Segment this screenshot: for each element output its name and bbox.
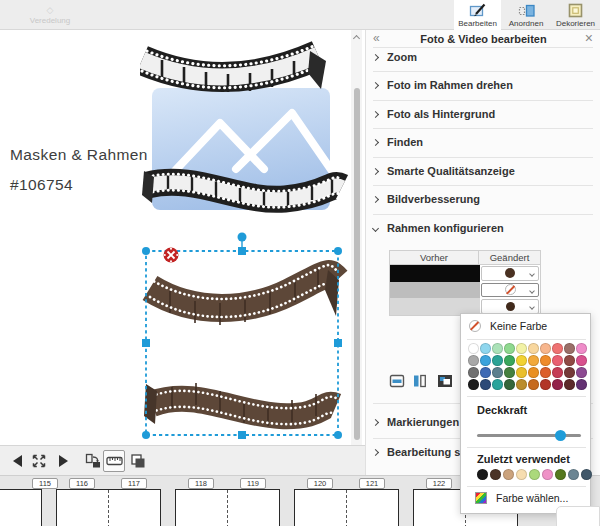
section-finden[interactable]: Finden — [373, 128, 593, 156]
toolbar-item-veredelung[interactable]: ◇ Veredelung — [18, 0, 82, 30]
palette-color[interactable] — [504, 379, 515, 390]
palette-color[interactable] — [516, 355, 527, 366]
section-zoom[interactable]: Zoom — [373, 43, 593, 71]
palette-color[interactable] — [492, 355, 503, 366]
palette-color[interactable] — [540, 379, 551, 390]
recent-color[interactable] — [503, 469, 514, 480]
palette-color[interactable] — [468, 355, 479, 366]
resize-handle-right[interactable] — [334, 339, 342, 347]
palette-color[interactable] — [576, 367, 587, 378]
canvas[interactable]: Masken & Rahmen #106754 — [0, 30, 365, 445]
page-tab-117[interactable]: 117 — [121, 478, 147, 489]
resize-handle-bottom[interactable] — [238, 431, 246, 439]
palette-color[interactable] — [576, 355, 587, 366]
palette-color[interactable] — [504, 343, 515, 354]
palette-color[interactable] — [552, 355, 563, 366]
page-tab-121[interactable]: 121 — [359, 478, 385, 489]
scroll-up-icon[interactable] — [353, 35, 360, 42]
section-bildverbesserung[interactable]: Bildverbesserung — [373, 185, 593, 213]
spread-118-119[interactable] — [175, 489, 280, 526]
prev-page-button[interactable] — [6, 450, 28, 472]
palette-color[interactable] — [564, 367, 575, 378]
palette-color[interactable] — [492, 367, 503, 378]
palette-color[interactable] — [564, 379, 575, 390]
pages-view-button[interactable] — [127, 450, 149, 472]
recent-color[interactable] — [477, 469, 488, 480]
palette-color[interactable] — [564, 343, 575, 354]
page-tab-122[interactable]: 122 — [426, 478, 452, 489]
palette-color[interactable] — [468, 367, 479, 378]
palette-color[interactable] — [480, 379, 491, 390]
palette-color[interactable] — [576, 343, 587, 354]
section-smarte-qualitaetsanzeige[interactable]: Smarte Qualitätsanzeige — [373, 157, 593, 185]
after-color-dropdown[interactable] — [481, 299, 539, 314]
palette-color[interactable] — [516, 367, 527, 378]
recent-color[interactable] — [555, 469, 566, 480]
section-foto-im-rahmen-drehen[interactable]: Foto im Rahmen drehen — [373, 71, 593, 99]
selected-filmstrip-element[interactable] — [140, 228, 350, 448]
slider-thumb[interactable] — [555, 430, 566, 441]
spread-116-117[interactable] — [56, 489, 161, 526]
page-tab-120[interactable]: 120 — [307, 478, 333, 489]
page-tab-115[interactable]: 115 — [32, 478, 58, 489]
scrollbar-thumb[interactable] — [354, 88, 360, 440]
spread-114-115[interactable] — [0, 489, 42, 526]
frame-style-fill-button[interactable] — [434, 371, 455, 390]
palette-color[interactable] — [468, 379, 479, 390]
palette-color[interactable] — [516, 343, 527, 354]
opacity-slider[interactable] — [477, 429, 581, 441]
palette-color[interactable] — [528, 355, 539, 366]
tab-anordnen[interactable]: Anordnen — [503, 0, 549, 30]
brown-filmstrip-top[interactable] — [150, 265, 339, 325]
recent-color[interactable] — [568, 469, 579, 480]
palette-color[interactable] — [552, 343, 563, 354]
palette-color[interactable] — [552, 367, 563, 378]
tab-bearbeiten[interactable]: Bearbeiten — [454, 0, 501, 30]
palette-color[interactable] — [480, 343, 491, 354]
next-page-button[interactable] — [52, 450, 74, 472]
resize-handle-left[interactable] — [142, 339, 150, 347]
choose-color-option[interactable]: Farbe wählen... — [475, 492, 568, 504]
resize-handle-top-right[interactable] — [334, 247, 342, 255]
rotate-handle-icon[interactable] — [238, 233, 247, 242]
spread-120-121[interactable] — [294, 489, 399, 526]
frame-style-horizontal-button[interactable] — [386, 371, 407, 390]
palette-color[interactable] — [468, 343, 479, 354]
ruler-button[interactable] — [103, 450, 125, 472]
palette-color[interactable] — [528, 379, 539, 390]
section-rahmen-konfigurieren[interactable]: Rahmen konfigurieren — [373, 214, 593, 242]
palette-color[interactable] — [540, 355, 551, 366]
filmstrip-mask-preview[interactable] — [140, 33, 350, 228]
page-tab-116[interactable]: 116 — [69, 478, 95, 489]
frame-style-vertical-button[interactable] — [409, 371, 430, 390]
after-color-dropdown[interactable] — [481, 266, 539, 281]
canvas-scrollbar[interactable] — [351, 30, 362, 445]
resize-handle-bottom-left[interactable] — [142, 431, 150, 439]
no-color-option[interactable]: Keine Farbe — [469, 320, 547, 332]
palette-color[interactable] — [540, 367, 551, 378]
palette-color[interactable] — [516, 379, 527, 390]
delete-icon[interactable] — [164, 248, 179, 263]
brown-filmstrip-bottom[interactable] — [144, 383, 336, 426]
palette-color[interactable] — [528, 343, 539, 354]
recent-color[interactable] — [490, 469, 501, 480]
fit-view-button[interactable] — [28, 450, 50, 472]
recent-color[interactable] — [516, 469, 527, 480]
palette-color[interactable] — [552, 379, 563, 390]
page-tab-118[interactable]: 118 — [188, 478, 214, 489]
palette-color[interactable] — [576, 379, 587, 390]
palette-color[interactable] — [504, 367, 515, 378]
resize-handle-bottom-right[interactable] — [334, 431, 342, 439]
palette-color[interactable] — [504, 355, 515, 366]
palette-color[interactable] — [528, 367, 539, 378]
palette-color[interactable] — [480, 367, 491, 378]
page-tab-119[interactable]: 119 — [240, 478, 266, 489]
section-foto-als-hintergrund[interactable]: Foto als Hintergrund — [373, 100, 593, 128]
palette-color[interactable] — [492, 379, 503, 390]
recent-color[interactable] — [542, 469, 553, 480]
recent-color[interactable] — [581, 469, 592, 480]
replace-image-button[interactable] — [82, 450, 104, 472]
palette-color[interactable] — [492, 343, 503, 354]
after-color-dropdown-open[interactable] — [481, 283, 539, 298]
recent-color[interactable] — [529, 469, 540, 480]
